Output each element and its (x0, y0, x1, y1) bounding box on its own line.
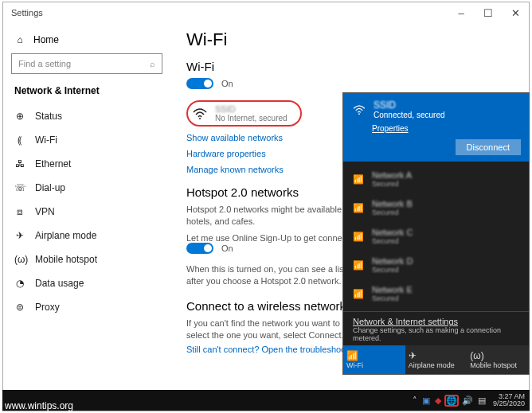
hotspot-toggle-state: On (221, 244, 233, 253)
airplane-icon: ✈ (409, 350, 464, 361)
wifi-signal-icon (193, 108, 207, 119)
wifi-toggle[interactable] (186, 78, 213, 89)
window-controls: – ☐ ✕ (448, 2, 529, 23)
sidebar-item-label: Ethernet (35, 158, 71, 169)
wifi-signal-icon (353, 105, 366, 115)
sidebar-item-label: VPN (35, 206, 55, 217)
disconnect-button[interactable]: Disconnect (456, 139, 521, 155)
flyout-quick-actions: 📶Wi-Fi ✈Airplane mode (ω)Mobile hotspot (343, 345, 529, 374)
sidebar-item-label: Mobile hotspot (35, 254, 97, 265)
sidebar-item-label: Data usage (35, 278, 84, 289)
flyout-network-item[interactable]: 📶Network CSecured (343, 222, 529, 251)
taskbar: ˄ ▣ ◆ 🌐 🔊 ▤ 3:27 AM 9/25/2020 (2, 390, 530, 411)
tray-volume-icon[interactable]: 🔊 (461, 395, 474, 406)
wifi-signal-icon: 📶 (353, 289, 364, 299)
flyout-network-item[interactable]: 📶Network ASecured (343, 165, 529, 193)
sidebar-item-airplane[interactable]: ✈Airplane mode (11, 224, 162, 247)
flyout-network-list: 📶Network ASecured 📶Network BSecured 📶Net… (343, 162, 529, 311)
minimize-button[interactable]: – (448, 2, 475, 23)
wifi-toggle-state: On (221, 79, 233, 88)
proxy-icon: ⊜ (14, 302, 25, 313)
page-title: Wi-Fi (186, 29, 513, 50)
sidebar-item-label: Airplane mode (35, 230, 96, 241)
sidebar-item-hotspot[interactable]: (ω)Mobile hotspot (11, 247, 162, 271)
tray-network-icon[interactable]: 🌐 (445, 395, 458, 406)
data-icon: ◔ (14, 278, 25, 289)
sidebar-item-label: Wi-Fi (35, 134, 57, 146)
ethernet-icon: 🖧 (14, 158, 25, 169)
watermark: www.wintips.org (5, 400, 73, 411)
dialup-icon: ☏ (14, 182, 25, 193)
close-button[interactable]: ✕ (502, 2, 529, 23)
sidebar-item-ethernet[interactable]: 🖧Ethernet (11, 152, 162, 176)
sidebar-item-datausage[interactable]: ◔Data usage (11, 271, 162, 295)
wifi-signal-icon: 📶 (353, 174, 364, 185)
search-input[interactable]: Find a setting ⌕ (11, 53, 162, 74)
sidebar-item-dialup[interactable]: ☏Dial-up (11, 176, 162, 200)
quick-wifi[interactable]: 📶Wi-Fi (343, 345, 405, 374)
vpn-icon: ⧈ (14, 206, 25, 217)
tray-app-icon[interactable]: ◆ (434, 395, 442, 406)
sidebar: ⌂ Home Find a setting ⌕ Network & Intern… (3, 23, 170, 411)
quick-airplane[interactable]: ✈Airplane mode (405, 345, 467, 374)
svg-point-0 (199, 118, 201, 119)
network-status: No Internet, secured (215, 114, 288, 123)
flyout-network-status: Connected, secured (374, 111, 445, 119)
airplane-icon: ✈ (14, 230, 25, 241)
tray-language-icon[interactable]: ▤ (477, 395, 487, 406)
tray-app-icon[interactable]: ▣ (421, 395, 431, 406)
sidebar-item-wifi[interactable]: ⸨Wi-Fi (11, 128, 162, 152)
flyout-current-network[interactable]: SSID Connected, secured Properties Disco… (343, 93, 529, 162)
wifi-signal-icon: 📶 (353, 232, 364, 242)
hotspot-icon: (ω) (14, 254, 25, 265)
sidebar-item-label: Status (35, 111, 62, 122)
wifi-icon: 📶 (346, 350, 402, 361)
wifi-signal-icon: 📶 (353, 203, 364, 213)
search-icon: ⌕ (150, 59, 155, 68)
flyout-network-item[interactable]: 📶Network ESecured (343, 279, 529, 308)
svg-point-1 (358, 113, 360, 115)
home-icon: ⌂ (14, 34, 25, 45)
hotspot-toggle[interactable] (186, 243, 213, 254)
sidebar-item-label: Proxy (35, 302, 60, 313)
tray-clock[interactable]: 3:27 AM 9/25/2020 (493, 393, 525, 408)
flyout-settings-link[interactable]: Network & Internet settings Change setti… (343, 311, 529, 345)
search-placeholder: Find a setting (18, 59, 71, 68)
maximize-button[interactable]: ☐ (475, 2, 502, 23)
flyout-network-name: SSID (374, 99, 445, 111)
hotspot-icon: (ω) (470, 350, 526, 361)
network-flyout: SSID Connected, secured Properties Disco… (342, 92, 530, 375)
sidebar-item-status[interactable]: ⊕Status (11, 104, 162, 128)
home-label: Home (33, 34, 59, 45)
home-nav[interactable]: ⌂ Home (11, 29, 162, 53)
quick-hotspot[interactable]: (ω)Mobile hotspot (467, 345, 529, 374)
wifi-icon: ⸨ (14, 134, 25, 146)
flyout-network-item[interactable]: 📶Network BSecured (343, 193, 529, 222)
flyout-network-item[interactable]: 📶Network DSecured (343, 251, 529, 279)
titlebar: Settings – ☐ ✕ (3, 2, 529, 23)
flyout-properties-link[interactable]: Properties (372, 124, 521, 133)
current-network-box[interactable]: SSID No Internet, secured (186, 100, 302, 127)
wifi-signal-icon: 📶 (353, 260, 364, 271)
sidebar-item-label: Dial-up (35, 182, 65, 193)
sidebar-item-vpn[interactable]: ⧈VPN (11, 200, 162, 224)
status-icon: ⊕ (14, 111, 25, 122)
wifi-heading: Wi-Fi (186, 60, 513, 73)
section-title: Network & Internet (14, 85, 159, 96)
tray-chevron-icon[interactable]: ˄ (412, 395, 418, 406)
sidebar-item-proxy[interactable]: ⊜Proxy (11, 295, 162, 319)
system-tray: ˄ ▣ ◆ 🌐 🔊 ▤ 3:27 AM 9/25/2020 (412, 393, 530, 408)
network-name: SSID (215, 104, 288, 114)
window-title: Settings (11, 8, 43, 18)
